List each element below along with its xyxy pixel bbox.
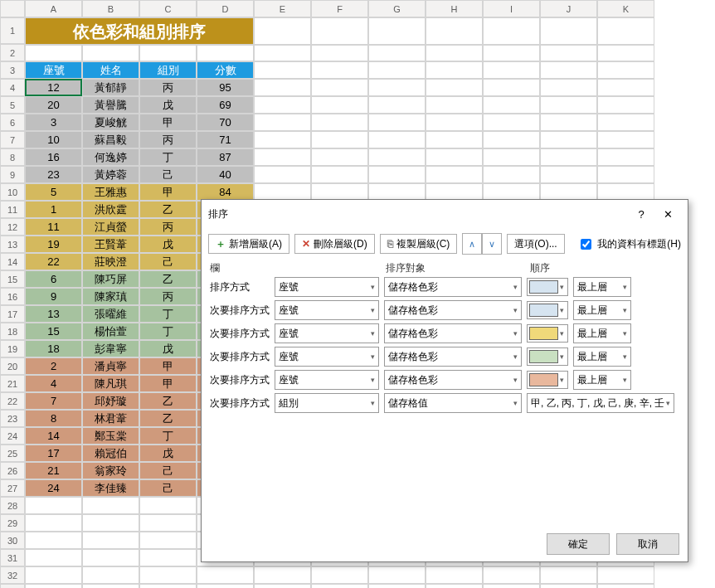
- sort-position-select[interactable]: 最上層: [573, 347, 631, 367]
- row-header[interactable]: 28: [0, 497, 25, 514]
- data-cell[interactable]: 夏峻觥: [82, 114, 139, 131]
- data-cell[interactable]: 李佳臻: [82, 479, 139, 497]
- data-cell[interactable]: 戊: [139, 445, 197, 462]
- sort-position-select[interactable]: 最上層: [573, 323, 631, 343]
- data-cell[interactable]: 22: [25, 253, 82, 270]
- close-button[interactable]: ✕: [654, 204, 681, 224]
- data-cell[interactable]: 莊映澄: [82, 253, 139, 270]
- data-cell[interactable]: 19: [25, 236, 82, 253]
- data-cell[interactable]: 己: [139, 253, 197, 270]
- col-header[interactable]: K: [597, 0, 654, 17]
- data-cell[interactable]: 戊: [139, 236, 197, 253]
- data-cell[interactable]: 3: [25, 114, 82, 131]
- data-cell[interactable]: 乙: [139, 270, 197, 288]
- data-cell[interactable]: 21: [25, 462, 82, 479]
- row-header[interactable]: 22: [0, 392, 25, 410]
- row-header[interactable]: 24: [0, 427, 25, 445]
- row-header[interactable]: 1: [0, 17, 25, 44]
- row-header[interactable]: 11: [0, 201, 25, 218]
- data-cell[interactable]: 5: [25, 183, 82, 201]
- data-cell[interactable]: 甲: [139, 114, 197, 131]
- col-header[interactable]: F: [311, 0, 368, 17]
- row-header[interactable]: 25: [0, 445, 25, 462]
- data-cell[interactable]: 林君葦: [82, 410, 139, 427]
- data-cell[interactable]: 丙: [139, 218, 197, 236]
- row-header[interactable]: 13: [0, 236, 25, 253]
- data-cell[interactable]: 鄭玉棠: [82, 427, 139, 445]
- data-cell[interactable]: 15: [25, 323, 82, 340]
- col-header[interactable]: E: [254, 0, 311, 17]
- sort-on-select[interactable]: 儲存格色彩: [384, 370, 522, 390]
- data-cell[interactable]: 40: [197, 166, 254, 183]
- row-header[interactable]: 16: [0, 288, 25, 305]
- row-header[interactable]: 7: [0, 131, 25, 148]
- row-header[interactable]: 10: [0, 183, 25, 201]
- color-swatch-select[interactable]: [527, 278, 568, 296]
- col-header[interactable]: A: [25, 0, 82, 17]
- col-header[interactable]: C: [139, 0, 197, 17]
- row-header[interactable]: 2: [0, 44, 25, 61]
- col-header[interactable]: I: [483, 0, 540, 17]
- data-cell[interactable]: 潘貞寧: [82, 357, 139, 375]
- data-cell[interactable]: 陳凡琪: [82, 375, 139, 392]
- data-cell[interactable]: 71: [197, 131, 254, 148]
- sort-position-select[interactable]: 最上層: [573, 370, 631, 390]
- data-cell[interactable]: 20: [25, 96, 82, 114]
- col-header[interactable]: D: [197, 0, 254, 17]
- move-down-button[interactable]: ∨: [482, 233, 502, 255]
- sort-on-select[interactable]: 儲存格色彩: [384, 277, 522, 297]
- data-cell[interactable]: 洪欣霆: [82, 201, 139, 218]
- help-button[interactable]: ?: [628, 204, 654, 224]
- row-header[interactable]: 4: [0, 79, 25, 96]
- color-swatch-select[interactable]: [527, 301, 568, 319]
- data-cell[interactable]: 戊: [139, 340, 197, 357]
- select-all[interactable]: [0, 0, 25, 17]
- data-cell[interactable]: 陳巧屏: [82, 270, 139, 288]
- col-header[interactable]: B: [82, 0, 139, 17]
- data-cell[interactable]: 江貞螢: [82, 218, 139, 236]
- row-header[interactable]: 33: [0, 584, 25, 588]
- row-header[interactable]: 23: [0, 410, 25, 427]
- row-header[interactable]: 27: [0, 479, 25, 497]
- col-header[interactable]: H: [426, 0, 483, 17]
- sort-on-select[interactable]: 儲存格色彩: [384, 300, 522, 320]
- color-swatch-select[interactable]: [527, 371, 568, 389]
- move-up-button[interactable]: ∧: [462, 233, 482, 255]
- row-header[interactable]: 12: [0, 218, 25, 236]
- data-cell[interactable]: 己: [139, 479, 197, 497]
- data-cell[interactable]: 乙: [139, 201, 197, 218]
- color-swatch-select[interactable]: [527, 347, 568, 366]
- data-cell[interactable]: 戊: [139, 96, 197, 114]
- data-cell[interactable]: 翁家玲: [82, 462, 139, 479]
- sort-on-select[interactable]: 儲存格色彩: [384, 323, 522, 343]
- data-cell[interactable]: 甲: [139, 183, 197, 201]
- data-cell[interactable]: 1: [25, 201, 82, 218]
- row-header[interactable]: 8: [0, 148, 25, 166]
- data-cell[interactable]: 4: [25, 375, 82, 392]
- data-cell[interactable]: 王賢葦: [82, 236, 139, 253]
- data-cell[interactable]: 18: [25, 340, 82, 357]
- data-cell[interactable]: 楊怡萱: [82, 323, 139, 340]
- data-cell[interactable]: 己: [139, 462, 197, 479]
- col-header[interactable]: G: [368, 0, 426, 17]
- row-header[interactable]: 15: [0, 270, 25, 288]
- delete-level-button[interactable]: ✕刪除層級(D): [294, 234, 375, 254]
- row-header[interactable]: 32: [0, 566, 25, 584]
- data-cell[interactable]: 黃婷蓉: [82, 166, 139, 183]
- sort-field-select[interactable]: 座號: [275, 347, 379, 367]
- row-header[interactable]: 3: [0, 61, 25, 79]
- options-button[interactable]: 選項(O)...: [507, 234, 564, 254]
- sort-on-select[interactable]: 儲存格色彩: [384, 347, 522, 367]
- sort-position-select[interactable]: 最上層: [573, 277, 631, 297]
- data-cell[interactable]: 17: [25, 445, 82, 462]
- data-cell[interactable]: 10: [25, 131, 82, 148]
- sort-order-select[interactable]: 甲, 乙, 丙, 丁, 戊, 己, 庚, 辛, 壬: [527, 393, 674, 413]
- row-header[interactable]: 6: [0, 114, 25, 131]
- data-cell[interactable]: 87: [197, 148, 254, 166]
- data-cell[interactable]: 11: [25, 218, 82, 236]
- row-header[interactable]: 9: [0, 166, 25, 183]
- data-cell[interactable]: 乙: [139, 410, 197, 427]
- row-header[interactable]: 21: [0, 375, 25, 392]
- row-header[interactable]: 29: [0, 514, 25, 532]
- data-cell[interactable]: 王雅惠: [82, 183, 139, 201]
